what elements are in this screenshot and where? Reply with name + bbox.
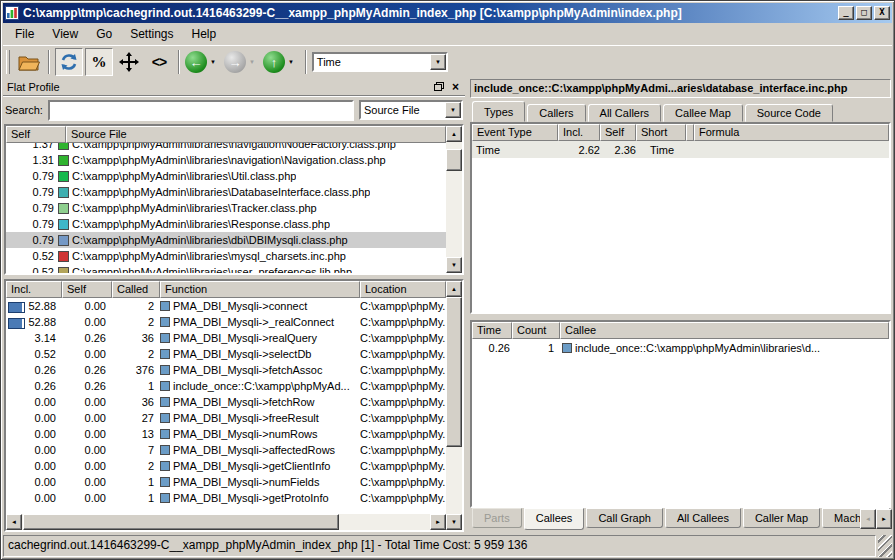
refresh-button[interactable] [55,48,83,76]
column-header-self[interactable]: Self [62,281,112,298]
grouping-combobox[interactable]: Source File ▼ [359,100,463,120]
scroll-down-icon[interactable]: ▼ [446,257,462,273]
scroll-up-icon[interactable]: ▲ [446,126,462,142]
source-file-row[interactable]: 0.52C:\xampp\phpMyAdmin\libraries\mysql_… [6,248,446,264]
source-file-row[interactable]: 0.79C:\xampp\phpMyAdmin\libraries\Databa… [6,184,446,200]
forward-dropdown-caret-icon[interactable]: ▼ [249,59,255,65]
source-file-row[interactable]: 0.52C:\xampp\phpMyAdmin\libraries\user_p… [6,264,446,273]
column-header-event-type[interactable]: Event Type [472,124,558,141]
tab-callee-map[interactable]: Callee Map [663,104,743,122]
forward-button[interactable]: → [224,51,246,73]
function-name: PMA_DBI_Mysqli->fetchRow [173,396,315,408]
function-row[interactable]: 0.000.0013PMA_DBI_Mysqli->numRowsC:\xamp… [6,426,446,442]
incl-cost: 52.88 [6,300,62,312]
column-header-time[interactable]: Time [472,322,512,339]
function-row[interactable]: 3.140.2636PMA_DBI_Mysqli->realQueryC:\xa… [6,330,446,346]
source-table-scrollbar[interactable]: ▲ ▼ [446,126,462,273]
dock-close-icon[interactable]: × [452,80,459,94]
event-type-combobox[interactable]: Time ▼ [312,52,448,72]
source-file-row[interactable]: 0.79C:\xampp\phpMyAdmin\libraries\dbi\DB… [6,232,446,248]
menu-go[interactable]: Go [88,24,120,44]
dock-float-icon[interactable] [434,82,444,91]
scroll-up-icon[interactable]: ▲ [446,281,462,297]
column-header-source-file[interactable]: Source File [66,126,446,143]
dock-title-bar[interactable]: Flat Profile × [3,78,465,96]
column-header-count[interactable]: Count [512,322,560,339]
column-header-formula[interactable]: Formula [694,124,889,141]
function-row[interactable]: 0.000.0027PMA_DBI_Mysqli->freeResultC:\x… [6,410,446,426]
scrollbar-thumb[interactable] [446,297,462,447]
column-header-location[interactable]: Location [360,281,446,298]
dock-title: Flat Profile [7,81,434,93]
column-header-called[interactable]: Called [112,281,160,298]
tab-caller-map[interactable]: Caller Map [743,508,820,528]
tab-call-graph[interactable]: Call Graph [586,508,663,528]
function-table-hscrollbar[interactable]: ◄ ► [6,514,446,530]
scroll-down-icon[interactable]: ▼ [446,514,462,530]
function-row[interactable]: 0.000.001PMA_DBI_Mysqli->numFieldsC:\xam… [6,474,446,490]
search-input[interactable] [48,100,354,121]
column-header-self[interactable]: Self [6,126,66,143]
source-file-row[interactable]: 1.37C:\xampp\phpMyAdmin\libraries\naviga… [6,143,446,152]
function-row[interactable]: 0.000.002PMA_DBI_Mysqli->getClientInfoC:… [6,458,446,474]
combobox-dropdown-icon[interactable]: ▼ [430,54,446,70]
column-header-short[interactable]: Short [636,124,686,141]
scrollbar-thumb[interactable] [23,514,339,530]
function-row[interactable]: 0.260.261include_once::C:\xampp\phpMyAd.… [6,378,446,394]
cost-color-swatch [58,203,69,214]
self-cost: 0.52 [6,250,58,262]
tab-all-callees[interactable]: All Callees [665,508,741,528]
back-dropdown-caret-icon[interactable]: ▼ [210,59,216,65]
tab-callers[interactable]: Callers [527,104,585,122]
resize-grip-icon[interactable] [878,535,892,557]
up-dropdown-caret-icon[interactable]: ▼ [288,59,294,65]
maximize-button[interactable]: □ [856,6,872,20]
menu-settings[interactable]: Settings [122,24,181,44]
function-row[interactable]: 0.260.26376PMA_DBI_Mysqli->fetchAssocC:\… [6,362,446,378]
tab-scroll-left-icon[interactable]: ◄ [860,509,876,529]
menu-file[interactable]: File [7,24,42,44]
combobox-dropdown-icon[interactable]: ▼ [445,102,461,118]
up-button[interactable]: ↑ [263,51,285,73]
toolbar-handle[interactable] [6,50,10,74]
column-header-incl[interactable]: Incl. [6,281,62,298]
source-file-row[interactable]: 0.79C:\xampp\phpMyAdmin\libraries\Util.c… [6,168,446,184]
tab-source-code[interactable]: Source Code [745,104,833,122]
source-file-row[interactable]: 1.31C:\xampp\phpMyAdmin\libraries\naviga… [6,152,446,168]
shorten-templates-button[interactable] [115,48,143,76]
relative-percent-button[interactable]: % [85,48,113,76]
expand-collapse-button[interactable]: <> [145,48,173,76]
function-row[interactable]: 0.520.002PMA_DBI_Mysqli->selectDbC:\xamp… [6,346,446,362]
minimize-button[interactable]: _ [838,6,854,20]
scroll-right-icon[interactable]: ► [430,514,446,530]
title-bar[interactable]: C:\xampp\tmp\cachegrind.out.1416463299-C… [3,3,892,23]
tab-types[interactable]: Types [472,101,525,122]
tab-scroll-right-icon[interactable]: ► [876,509,892,529]
function-row[interactable]: 0.000.001PMA_DBI_Mysqli->getProtoInfoC:\… [6,490,446,506]
function-row[interactable]: 52.880.002PMA_DBI_Mysqli->connectC:\xamp… [6,298,446,314]
function-row[interactable]: 0.000.007PMA_DBI_Mysqli->affectedRowsC:\… [6,442,446,458]
scroll-left-icon[interactable]: ◄ [6,514,22,530]
tab-parts[interactable]: Parts [472,508,522,528]
function-color-swatch [160,381,170,391]
event-type-row[interactable]: Time 2.62 2.36 Time [472,141,889,158]
close-button[interactable]: X [874,6,890,20]
function-table-scrollbar[interactable]: ▲ ▼ [446,281,462,530]
callee-row[interactable]: 0.26 1 include_once::C:\xampp\phpMyAdmin… [472,339,889,356]
tab-all-callers[interactable]: All Callers [588,104,662,122]
source-file-row[interactable]: 0.79C:\xampp\phpMyAdmin\libraries\Tracke… [6,200,446,216]
scrollbar-thumb[interactable] [446,149,462,171]
source-file-row[interactable]: 0.79C:\xampp\phpMyAdmin\libraries\Respon… [6,216,446,232]
function-color-swatch [160,477,170,487]
column-header-self[interactable]: Self [600,124,636,141]
back-button[interactable]: ← [185,51,207,73]
function-row[interactable]: 52.880.002PMA_DBI_Mysqli->_realConnectC:… [6,314,446,330]
menu-help[interactable]: Help [184,24,225,44]
tab-callees[interactable]: Callees [524,508,585,530]
function-row[interactable]: 0.000.0036PMA_DBI_Mysqli->fetchRowC:\xam… [6,394,446,410]
menu-view[interactable]: View [44,24,86,44]
column-header-function[interactable]: Function [160,281,360,298]
column-header-incl[interactable]: Incl. [558,124,600,141]
column-header-callee[interactable]: Callee [560,322,889,339]
open-file-button[interactable] [15,48,43,76]
